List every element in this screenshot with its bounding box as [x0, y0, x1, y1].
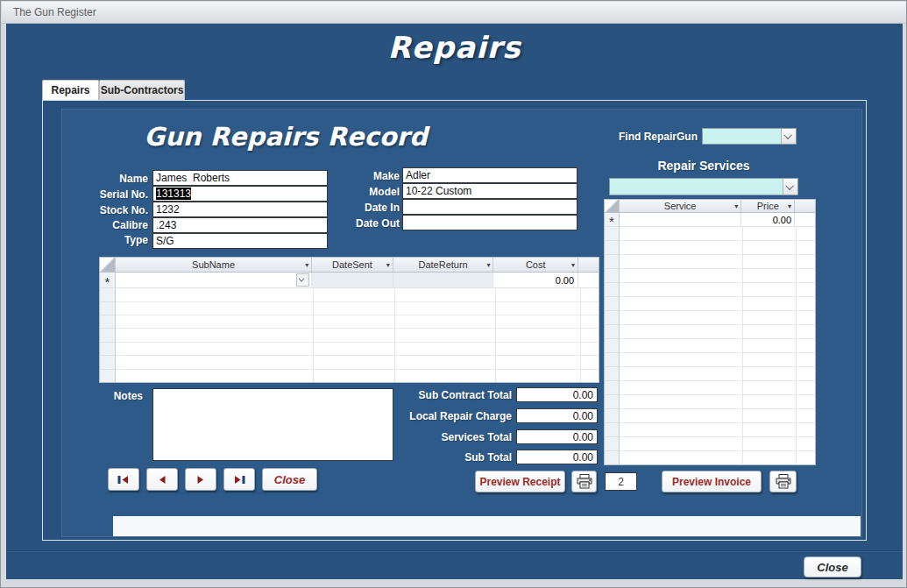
calibre-value: .243	[156, 219, 176, 231]
services-total-label: Services Total	[363, 431, 512, 443]
repair-services-combo[interactable]	[609, 178, 798, 195]
price-column-label: Price	[757, 201, 779, 211]
column-dropdown-icon[interactable]: ▾	[386, 261, 390, 269]
column-dropdown-icon[interactable]: ▾	[486, 261, 490, 269]
find-repairgun-value	[703, 129, 781, 144]
print-receipt-button[interactable]	[571, 471, 597, 492]
make-field[interactable]: Adler	[402, 167, 578, 183]
services-table-header: Service ▾ Price ▾	[605, 200, 815, 213]
filler-column-header	[795, 200, 815, 212]
subname-dropdown-button[interactable]	[296, 273, 309, 287]
filler-cell	[578, 273, 599, 288]
print-invoice-button[interactable]	[769, 471, 797, 492]
cost-column-header[interactable]: Cost ▾	[493, 258, 578, 272]
notes-label: Notes	[80, 390, 143, 402]
model-label: Model	[290, 186, 400, 198]
next-record-icon	[195, 476, 207, 484]
cost-cell[interactable]: 0.00	[493, 273, 578, 288]
calibre-label: Calibre	[25, 219, 148, 231]
price-cell[interactable]: 0.00	[741, 213, 795, 227]
find-repairgun-combo[interactable]	[702, 128, 797, 145]
name-label: Name	[25, 173, 148, 185]
repair-services-heading: Repair Services	[609, 159, 798, 173]
datereturn-cell[interactable]	[393, 273, 494, 288]
cost-cell-value: 0.00	[556, 275, 574, 286]
last-record-button[interactable]	[223, 468, 255, 491]
price-column-header[interactable]: Price ▾	[741, 200, 795, 212]
close-record-button[interactable]: Close	[262, 468, 317, 491]
sub-total-label: Sub Total	[363, 451, 512, 464]
tab-repairs-label: Repairs	[51, 84, 89, 96]
price-cell-value: 0.00	[773, 215, 791, 225]
datereturn-column-header[interactable]: DateReturn ▾	[393, 258, 494, 272]
sub-contract-total-label: Sub Contract Total	[363, 389, 512, 401]
footer-strip	[113, 516, 861, 536]
tab-sub-contractors-label: Sub-Contractors	[101, 84, 184, 96]
type-label: Type	[25, 234, 148, 246]
services-new-row[interactable]: * 0.00	[605, 213, 815, 227]
next-record-button[interactable]	[185, 468, 216, 491]
date-in-field[interactable]	[402, 199, 578, 215]
divider	[6, 550, 903, 552]
first-record-icon	[117, 476, 130, 484]
grid-line	[313, 288, 314, 382]
record-selector-column	[100, 288, 116, 382]
preview-receipt-button[interactable]: Preview Receipt	[475, 471, 565, 492]
tab-repairs[interactable]: Repairs	[42, 80, 99, 100]
datesent-cell[interactable]	[312, 273, 393, 288]
column-dropdown-icon[interactable]: ▾	[734, 202, 738, 210]
column-dropdown-icon[interactable]: ▾	[305, 261, 308, 269]
previous-record-button[interactable]	[146, 468, 178, 491]
subcontract-new-row[interactable]: * 0.00	[100, 273, 599, 288]
subname-column-header[interactable]: SubName ▾	[116, 258, 312, 272]
subcontract-table-body[interactable]	[100, 288, 599, 382]
service-column-header[interactable]: Service ▾	[620, 200, 741, 212]
chevron-down-icon	[783, 131, 792, 139]
service-column-label: Service	[664, 201, 697, 211]
record-heading: Gun Repairs Record	[84, 122, 487, 152]
type-field[interactable]: S/G	[152, 233, 328, 249]
datesent-column-label: DateSent	[332, 259, 372, 270]
date-in-label: Date In	[290, 202, 400, 214]
first-record-button[interactable]	[108, 468, 139, 491]
dropdown-button[interactable]	[783, 179, 797, 195]
services-total-field: 0.00	[516, 429, 598, 444]
preview-invoice-button[interactable]: Preview Invoice	[662, 471, 762, 492]
sub-contract-total-field: 0.00	[516, 387, 598, 402]
stock-no-label: Stock No.	[25, 204, 148, 216]
services-table: Service ▾ Price ▾ * 0.00	[604, 199, 816, 465]
grid-line	[796, 227, 797, 464]
printer-icon	[576, 474, 593, 489]
copies-field[interactable]: 2	[605, 472, 637, 491]
tab-sub-contractors[interactable]: Sub-Contractors	[99, 80, 185, 100]
select-all-cell[interactable]	[605, 200, 620, 212]
services-total-value: 0.00	[573, 431, 593, 443]
select-all-cell[interactable]	[100, 258, 116, 272]
notes-field[interactable]	[152, 388, 393, 461]
new-record-marker: *	[100, 273, 116, 288]
subname-column-label: SubName	[192, 259, 235, 270]
window-title: The Gun Register	[13, 6, 96, 18]
model-field[interactable]: 10-22 Custom	[402, 183, 578, 199]
filler-cell	[795, 213, 815, 227]
subname-cell[interactable]	[116, 273, 312, 288]
datereturn-column-label: DateReturn	[418, 259, 467, 270]
column-dropdown-icon[interactable]: ▾	[788, 202, 791, 210]
dropdown-button[interactable]	[781, 129, 796, 144]
printer-icon	[775, 474, 792, 489]
make-value: Adler	[406, 169, 430, 181]
sub-contract-total-value: 0.00	[573, 389, 593, 401]
subcontract-table: SubName ▾ DateSent ▾ DateReturn ▾ Cost ▾…	[99, 257, 599, 383]
datesent-column-header[interactable]: DateSent ▾	[312, 258, 393, 272]
title-bar[interactable]: The Gun Register	[2, 2, 906, 24]
date-out-field[interactable]	[402, 215, 578, 230]
last-record-icon	[233, 476, 245, 484]
close-window-button[interactable]: Close	[804, 556, 861, 577]
preview-receipt-label: Preview Receipt	[479, 476, 560, 488]
local-repair-charge-field[interactable]: 0.00	[516, 408, 598, 423]
type-value: S/G	[156, 235, 174, 247]
service-cell[interactable]	[620, 213, 741, 227]
column-dropdown-icon[interactable]: ▾	[571, 261, 575, 269]
subcontract-table-header: SubName ▾ DateSent ▾ DateReturn ▾ Cost ▾	[100, 258, 599, 273]
services-table-body[interactable]	[605, 227, 815, 464]
